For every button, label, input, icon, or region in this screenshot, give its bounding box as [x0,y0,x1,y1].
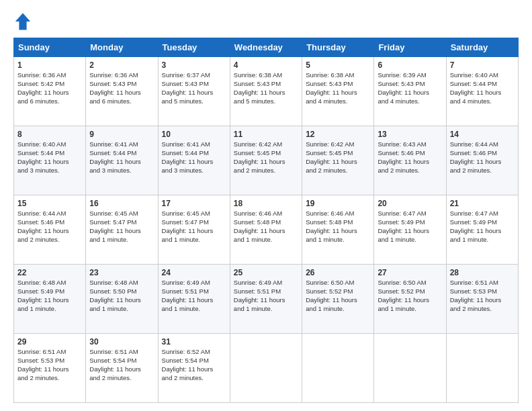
week-row-1: 1Sunrise: 6:36 AMSunset: 5:42 PMDaylight… [14,57,519,126]
col-header-friday: Friday [374,38,446,57]
day-info-line: Sunrise: 6:44 AM [450,140,515,149]
day-number: 4 [234,60,298,71]
day-cell: 3Sunrise: 6:37 AMSunset: 5:43 PMDaylight… [158,57,230,126]
day-cell: 23Sunrise: 6:48 AMSunset: 5:50 PMDayligh… [86,265,158,334]
day-info-line: Sunset: 5:46 PM [378,149,442,158]
day-cell: 24Sunrise: 6:49 AMSunset: 5:51 PMDayligh… [158,265,230,334]
day-number: 26 [306,267,370,278]
col-header-sunday: Sunday [14,38,86,57]
day-number: 21 [450,198,515,209]
day-info-line: Sunrise: 6:45 AM [89,210,154,218]
day-info-line: and 2 minutes. [89,374,154,383]
day-number: 6 [378,60,442,71]
day-info-line: Daylight: 11 hours [162,296,226,305]
day-cell [302,334,374,403]
day-info-line: Sunrise: 6:50 AM [306,279,370,287]
day-info-line: Daylight: 11 hours [17,158,82,167]
day-cell: 18Sunrise: 6:46 AMSunset: 5:48 PMDayligh… [230,195,302,265]
day-info-line: Daylight: 11 hours [17,227,82,236]
day-info-line: and 3 minutes. [89,167,154,175]
day-info-line: and 6 minutes. [89,97,154,106]
day-info-line: and 5 minutes. [234,97,298,106]
day-info-line: Daylight: 11 hours [234,158,298,167]
day-number: 7 [450,60,515,71]
day-number: 24 [162,267,226,278]
day-info-line: Sunrise: 6:49 AM [234,279,298,287]
day-info-line: Sunset: 5:51 PM [162,287,226,296]
day-info-line: and 2 minutes. [17,374,82,383]
day-number: 20 [378,198,442,209]
day-cell: 11Sunrise: 6:42 AMSunset: 5:45 PMDayligh… [230,126,302,195]
day-cell: 28Sunrise: 6:51 AMSunset: 5:53 PMDayligh… [446,265,518,334]
day-number: 25 [234,267,298,278]
day-info-line: Daylight: 11 hours [450,227,515,236]
week-row-2: 8Sunrise: 6:40 AMSunset: 5:44 PMDaylight… [14,126,519,195]
day-info-line: Daylight: 11 hours [162,365,226,374]
day-info-line: Sunrise: 6:42 AM [234,140,298,149]
day-info-line: Sunset: 5:48 PM [234,218,298,227]
day-info-line: Sunset: 5:54 PM [89,357,154,365]
day-cell: 21Sunrise: 6:47 AMSunset: 5:49 PMDayligh… [446,195,518,265]
day-cell: 27Sunrise: 6:50 AMSunset: 5:52 PMDayligh… [374,265,446,334]
day-info-line: Sunset: 5:45 PM [306,149,370,158]
calendar-table: SundayMondayTuesdayWednesdayThursdayFrid… [13,38,519,403]
day-cell: 5Sunrise: 6:38 AMSunset: 5:43 PMDaylight… [302,57,374,126]
day-info-line: Daylight: 11 hours [450,158,515,167]
day-cell: 22Sunrise: 6:48 AMSunset: 5:49 PMDayligh… [14,265,86,334]
day-number: 22 [17,267,82,278]
day-info-line: Sunrise: 6:37 AM [162,71,226,80]
day-info-line: Sunset: 5:49 PM [17,287,82,296]
day-cell: 26Sunrise: 6:50 AMSunset: 5:52 PMDayligh… [302,265,374,334]
day-info-line: Sunset: 5:43 PM [378,80,442,89]
day-info-line: Sunset: 5:51 PM [234,287,298,296]
day-info-line: Sunset: 5:44 PM [450,80,515,89]
day-cell: 2Sunrise: 6:36 AMSunset: 5:43 PMDaylight… [86,57,158,126]
day-info-line: Sunrise: 6:45 AM [162,210,226,218]
day-info-line: and 2 minutes. [17,236,82,244]
day-info-line: and 3 minutes. [17,167,82,175]
day-cell: 1Sunrise: 6:36 AMSunset: 5:42 PMDaylight… [14,57,86,126]
day-info-line: Sunrise: 6:38 AM [306,71,370,80]
col-header-wednesday: Wednesday [230,38,302,57]
day-number: 30 [89,336,154,347]
svg-marker-0 [15,13,30,30]
day-info-line: Sunset: 5:42 PM [17,80,82,89]
day-info-line: Sunset: 5:43 PM [234,80,298,89]
day-number: 13 [378,129,442,140]
day-info-line: Sunset: 5:43 PM [89,80,154,89]
week-row-4: 22Sunrise: 6:48 AMSunset: 5:49 PMDayligh… [14,265,519,334]
day-cell: 16Sunrise: 6:45 AMSunset: 5:47 PMDayligh… [86,195,158,265]
day-info-line: Sunrise: 6:43 AM [378,140,442,149]
day-info-line: Daylight: 11 hours [378,158,442,167]
day-info-line: Sunset: 5:43 PM [162,80,226,89]
day-number: 11 [234,129,298,140]
day-cell: 12Sunrise: 6:42 AMSunset: 5:45 PMDayligh… [302,126,374,195]
day-cell: 14Sunrise: 6:44 AMSunset: 5:46 PMDayligh… [446,126,518,195]
day-info-line: Daylight: 11 hours [89,296,154,305]
day-info-line: Sunset: 5:53 PM [17,357,82,365]
day-info-line: and 4 minutes. [378,97,442,106]
day-info-line: Sunset: 5:44 PM [89,149,154,158]
day-info-line: Daylight: 11 hours [378,89,442,97]
page: SundayMondayTuesdayWednesdayThursdayFrid… [0,0,532,411]
day-cell: 20Sunrise: 6:47 AMSunset: 5:49 PMDayligh… [374,195,446,265]
day-info-line: Sunrise: 6:42 AM [306,140,370,149]
day-info-line: Sunrise: 6:49 AM [162,279,226,287]
day-info-line: Sunrise: 6:40 AM [450,71,515,80]
day-info-line: Sunset: 5:52 PM [378,287,442,296]
day-cell: 13Sunrise: 6:43 AMSunset: 5:46 PMDayligh… [374,126,446,195]
day-info-line: Sunrise: 6:44 AM [17,210,82,218]
day-info-line: and 6 minutes. [17,97,82,106]
day-info-line: Sunset: 5:49 PM [450,218,515,227]
day-info-line: and 1 minute. [378,305,442,314]
day-cell: 30Sunrise: 6:51 AMSunset: 5:54 PMDayligh… [86,334,158,403]
day-info-line: Daylight: 11 hours [17,89,82,97]
day-info-line: Sunrise: 6:41 AM [89,140,154,149]
day-number: 8 [17,129,82,140]
day-info-line: and 4 minutes. [450,97,515,106]
day-info-line: Daylight: 11 hours [162,227,226,236]
day-cell: 29Sunrise: 6:51 AMSunset: 5:53 PMDayligh… [14,334,86,403]
day-cell [230,334,302,403]
day-info-line: Daylight: 11 hours [378,227,442,236]
day-info-line: Sunrise: 6:50 AM [378,279,442,287]
